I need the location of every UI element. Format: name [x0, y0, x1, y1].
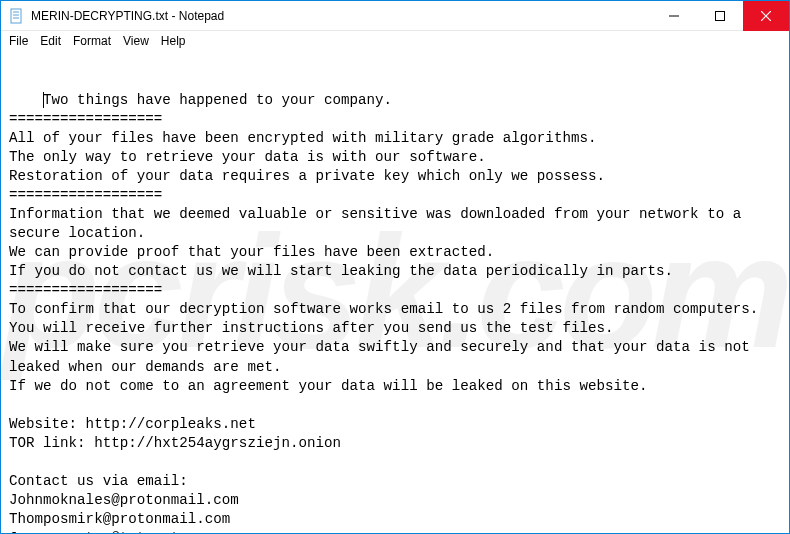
titlebar[interactable]: MERIN-DECRYPTING.txt - Notepad	[1, 1, 789, 31]
menu-help[interactable]: Help	[155, 33, 192, 49]
menubar: File Edit Format View Help	[1, 31, 789, 51]
maximize-button[interactable]	[697, 1, 743, 31]
svg-rect-5	[716, 11, 725, 20]
notepad-window: MERIN-DECRYPTING.txt - Notepad File Edit…	[0, 0, 790, 534]
text-area[interactable]: pcrisk.com Two things have happened to y…	[1, 51, 789, 533]
close-button[interactable]	[743, 1, 789, 31]
svg-rect-0	[11, 9, 21, 23]
document-text: Two things have happened to your company…	[9, 92, 758, 533]
menu-view[interactable]: View	[117, 33, 155, 49]
menu-format[interactable]: Format	[67, 33, 117, 49]
notepad-icon	[9, 8, 25, 24]
menu-edit[interactable]: Edit	[34, 33, 67, 49]
window-title: MERIN-DECRYPTING.txt - Notepad	[31, 9, 224, 23]
minimize-button[interactable]	[651, 1, 697, 31]
menu-file[interactable]: File	[3, 33, 34, 49]
